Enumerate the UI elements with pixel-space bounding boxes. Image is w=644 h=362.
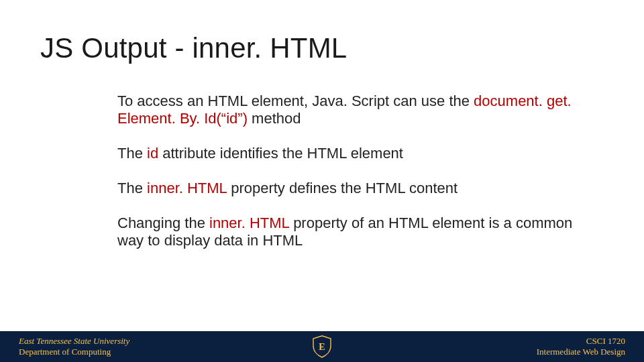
footer-department: Department of Computing	[19, 347, 129, 357]
p3-text-b: property defines the HTML content	[227, 180, 458, 196]
slide-body: To access an HTML element, Java. Script …	[117, 93, 574, 267]
footer-university: East Tennessee State University	[19, 336, 129, 347]
shield-icon: E	[312, 335, 332, 358]
paragraph-3: The inner. HTML property defines the HTM…	[117, 180, 574, 197]
paragraph-4: Changing the inner. HTML property of an …	[117, 215, 574, 249]
footer-course-name: Intermediate Web Design	[537, 347, 625, 357]
paragraph-1: To access an HTML element, Java. Script …	[117, 93, 574, 127]
footer-logo: E	[312, 335, 332, 358]
p4-highlight: inner. HTML	[209, 215, 289, 231]
footer-right: CSCI 1720 Intermediate Web Design	[537, 336, 644, 358]
p4-text-a: Changing the	[117, 215, 209, 231]
p2-highlight: id	[147, 145, 158, 162]
p3-highlight: inner. HTML	[147, 180, 227, 196]
paragraph-2: The id attribute identifies the HTML ele…	[117, 145, 574, 162]
footer-left: East Tennessee State University Departme…	[0, 336, 129, 358]
p1-text-b: method	[248, 110, 301, 127]
p1-text-a: To access an HTML element, Java. Script …	[117, 93, 474, 109]
p2-text-b: attribute identifies the HTML element	[158, 145, 403, 162]
slide-title: JS Output - inner. HTML	[40, 32, 347, 64]
footer-course-code: CSCI 1720	[537, 336, 625, 347]
logo-letter: E	[319, 342, 325, 352]
p2-text-a: The	[117, 145, 147, 162]
p3-text-a: The	[117, 180, 147, 196]
slide-footer: East Tennessee State University Departme…	[0, 331, 644, 362]
